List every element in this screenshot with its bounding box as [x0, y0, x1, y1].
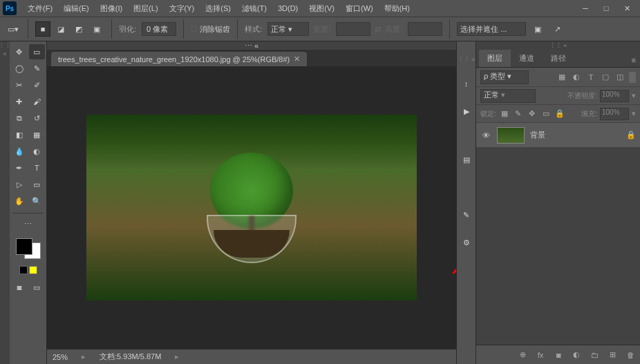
menu-layer[interactable]: 图层(L) [128, 0, 163, 17]
menu-edit[interactable]: 编辑(E) [58, 0, 95, 17]
stamp-tool[interactable]: ⧉ [11, 111, 28, 126]
menubar: Ps 文件(F) 编辑(E) 图像(I) 图层(L) 文字(Y) 选择(S) 滤… [0, 0, 640, 17]
canvas-viewport[interactable] [47, 66, 456, 349]
lock-position-icon[interactable]: ✎ [513, 108, 524, 119]
tab-channels[interactable]: 通道 [511, 50, 543, 67]
share-icon[interactable]: ↗ [549, 21, 565, 37]
visibility-toggle[interactable]: 👁 [480, 131, 491, 140]
link-layers-icon[interactable]: ⊕ [517, 349, 528, 361]
delete-layer-icon[interactable]: 🗑 [625, 349, 636, 361]
screen-mode-toggle[interactable]: ▭ [29, 280, 46, 295]
shape-tool[interactable]: ▭ [29, 177, 46, 192]
filter-shape-icon[interactable]: ▢ [600, 72, 611, 83]
width-label: 宽度: [313, 24, 330, 35]
zoom-tool[interactable]: 🔍 [29, 193, 46, 209]
quick-select-tool[interactable]: ✎ [29, 61, 46, 76]
mini-yellow[interactable] [29, 266, 37, 274]
filter-toggle[interactable] [629, 72, 636, 83]
brushes-panel-icon[interactable]: ✎ [459, 207, 474, 222]
menu-file[interactable]: 文件(F) [22, 0, 58, 17]
filter-type-icon[interactable]: T [585, 72, 596, 83]
layer-mask-icon[interactable]: ◙ [553, 349, 564, 361]
menu-image[interactable]: 图像(I) [95, 0, 128, 17]
selection-intersect[interactable]: ▣ [89, 21, 104, 37]
fill-input[interactable]: 100% [600, 108, 629, 120]
filter-pixel-icon[interactable]: ▦ [556, 72, 567, 83]
tab-paths[interactable]: 路径 [543, 50, 574, 67]
selection-new[interactable]: ■ [35, 21, 50, 37]
document-tab[interactable]: trees_trees_creative_nature_green_1920x1… [51, 52, 307, 66]
menu-filter[interactable]: 滤镜(T) [236, 0, 272, 17]
move-tool[interactable]: ✥ [11, 44, 28, 59]
foreground-color[interactable] [16, 238, 32, 255]
lock-artboard-icon[interactable]: ▭ [540, 108, 552, 119]
menu-select[interactable]: 选择(S) [200, 0, 236, 17]
height-label: 高度: [385, 24, 402, 35]
tool-preset-picker[interactable]: ▭▾ [6, 21, 21, 37]
brush-settings-panel-icon[interactable]: ⚙ [459, 235, 474, 250]
lock-pixels-icon[interactable]: ▦ [499, 108, 510, 119]
document-tabs: trees_trees_creative_nature_green_1920x1… [47, 50, 456, 66]
actions-panel-icon[interactable]: ▶ [459, 104, 474, 119]
menu-window[interactable]: 窗口(W) [340, 0, 379, 17]
gradient-tool[interactable]: ▦ [29, 127, 46, 142]
refine-edge-button[interactable]: 选择并遮住 ... [457, 22, 526, 36]
menu-type[interactable]: 文字(Y) [164, 0, 200, 17]
adjustment-layer-icon[interactable]: ◐ [571, 349, 582, 361]
divider [183, 19, 184, 39]
path-select-tool[interactable]: ▷ [11, 177, 28, 192]
quick-mask-toggle[interactable]: ◙ [11, 280, 28, 295]
color-swatch[interactable] [15, 237, 42, 260]
history-brush-tool[interactable]: ↺ [29, 111, 46, 126]
dodge-tool[interactable]: ◐ [29, 144, 46, 159]
properties-panel-icon[interactable]: ▤ [459, 152, 474, 167]
healing-tool[interactable]: ✚ [11, 94, 28, 109]
feather-input[interactable]: 0 像素 [142, 22, 176, 36]
pen-tool[interactable]: ✒ [11, 160, 28, 175]
top-expand-strip[interactable]: ⋯ « [47, 41, 456, 50]
menu-3d[interactable]: 3D(D) [272, 0, 303, 17]
filter-smart-icon[interactable]: ◫ [614, 72, 625, 83]
layer-style-icon[interactable]: fx [535, 349, 546, 361]
eyedropper-tool[interactable]: ✐ [29, 77, 46, 93]
zoom-level[interactable]: 25% [53, 353, 68, 361]
opacity-input[interactable]: 100% [600, 90, 629, 102]
selection-add[interactable]: ◪ [53, 21, 68, 37]
toolbox: ✥▭ ◯✎ ✂✐ ✚🖌 ⧉↺ ◧▦ 💧◐ ✒T ▷▭ ✋🔍 ⋯ ◙▭ [10, 41, 47, 364]
close-tab-icon[interactable]: ✕ [294, 55, 300, 64]
new-layer-icon[interactable]: ⊞ [607, 349, 618, 361]
maximize-button[interactable]: □ [596, 0, 617, 17]
document-tab-title: trees_trees_creative_nature_green_1920x1… [58, 55, 290, 64]
layer-name[interactable]: 背景 [530, 130, 621, 140]
divider [237, 19, 238, 39]
lock-all-icon[interactable]: 🔒 [554, 108, 565, 119]
eraser-tool[interactable]: ◧ [11, 127, 28, 142]
hand-tool[interactable]: ✋ [11, 193, 28, 209]
menu-view[interactable]: 视图(V) [303, 0, 340, 17]
selection-subtract[interactable]: ◩ [71, 21, 86, 37]
layer-thumbnail[interactable] [497, 127, 525, 144]
blur-tool[interactable]: 💧 [11, 144, 28, 159]
minimize-button[interactable]: ─ [575, 0, 596, 17]
style-select[interactable]: 正常 ▾ [267, 22, 309, 36]
tab-layers[interactable]: 图层 [479, 50, 511, 67]
marquee-tool[interactable]: ▭ [29, 44, 46, 59]
lock-move-icon[interactable]: ✥ [527, 108, 538, 119]
mini-black[interactable] [19, 266, 28, 274]
filter-adjustment-icon[interactable]: ◐ [571, 72, 582, 83]
crop-tool[interactable]: ✂ [11, 77, 28, 93]
left-expand-strip[interactable]: ⋮⋮ « [0, 41, 10, 364]
menu-help[interactable]: 帮助(H) [379, 0, 415, 17]
lasso-tool[interactable]: ◯ [11, 61, 28, 76]
mask-mode-icon[interactable]: ▣ [530, 21, 545, 37]
new-group-icon[interactable]: 🗀 [589, 349, 600, 361]
panel-menu-icon[interactable]: ≡ [628, 53, 640, 67]
close-button[interactable]: ✕ [617, 0, 637, 17]
edit-toolbar[interactable]: ⋯ [20, 216, 37, 231]
type-tool[interactable]: T [29, 160, 46, 175]
brush-tool[interactable]: 🖌 [29, 94, 46, 109]
layer-row-background[interactable]: 👁 背景 🔒 [476, 123, 640, 148]
layer-filter-select[interactable]: ρ 类型 ▾ [480, 70, 529, 84]
blend-mode-select[interactable]: 正常 ▾ [480, 89, 536, 103]
history-panel-icon[interactable]: ↕ [459, 76, 474, 91]
